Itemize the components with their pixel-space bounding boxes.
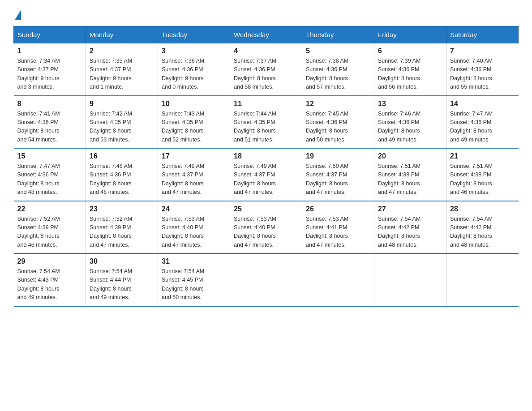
day-number: 3 bbox=[162, 47, 226, 55]
day-number: 28 bbox=[450, 205, 515, 213]
day-info: Sunrise: 7:48 AM Sunset: 4:36 PM Dayligh… bbox=[90, 162, 154, 197]
day-info: Sunrise: 7:39 AM Sunset: 4:36 PM Dayligh… bbox=[378, 57, 442, 92]
calendar-cell: 17Sunrise: 7:49 AM Sunset: 4:37 PM Dayli… bbox=[158, 148, 230, 201]
day-number: 21 bbox=[450, 152, 515, 160]
day-header-saturday: Saturday bbox=[446, 26, 519, 43]
day-header-thursday: Thursday bbox=[302, 26, 374, 43]
day-info: Sunrise: 7:40 AM Sunset: 4:36 PM Dayligh… bbox=[450, 57, 515, 92]
day-number: 13 bbox=[378, 100, 442, 108]
day-number: 9 bbox=[90, 100, 154, 108]
calendar-cell: 4Sunrise: 7:37 AM Sunset: 4:36 PM Daylig… bbox=[230, 43, 302, 96]
day-number: 6 bbox=[378, 47, 442, 55]
calendar-cell: 21Sunrise: 7:51 AM Sunset: 4:38 PM Dayli… bbox=[446, 148, 519, 201]
day-number: 10 bbox=[162, 100, 226, 108]
day-number: 1 bbox=[17, 47, 82, 55]
day-info: Sunrise: 7:44 AM Sunset: 4:35 PM Dayligh… bbox=[234, 110, 298, 145]
day-number: 2 bbox=[90, 47, 154, 55]
day-number: 11 bbox=[234, 100, 298, 108]
calendar-cell: 9Sunrise: 7:42 AM Sunset: 4:35 PM Daylig… bbox=[86, 96, 158, 149]
calendar-cell: 3Sunrise: 7:36 AM Sunset: 4:36 PM Daylig… bbox=[158, 43, 230, 96]
day-number: 23 bbox=[90, 205, 154, 213]
day-number: 26 bbox=[306, 205, 370, 213]
day-info: Sunrise: 7:42 AM Sunset: 4:35 PM Dayligh… bbox=[90, 110, 154, 145]
day-info: Sunrise: 7:47 AM Sunset: 4:36 PM Dayligh… bbox=[17, 162, 82, 197]
calendar-cell: 13Sunrise: 7:46 AM Sunset: 4:36 PM Dayli… bbox=[374, 96, 446, 149]
calendar-cell bbox=[446, 253, 519, 306]
calendar-table: SundayMondayTuesdayWednesdayThursdayFrid… bbox=[13, 26, 519, 307]
calendar-cell: 10Sunrise: 7:43 AM Sunset: 4:35 PM Dayli… bbox=[158, 96, 230, 149]
day-header-tuesday: Tuesday bbox=[158, 26, 230, 43]
day-number: 8 bbox=[17, 100, 82, 108]
day-info: Sunrise: 7:54 AM Sunset: 4:45 PM Dayligh… bbox=[162, 267, 226, 302]
day-info: Sunrise: 7:47 AM Sunset: 4:36 PM Dayligh… bbox=[450, 110, 515, 145]
day-number: 27 bbox=[378, 205, 442, 213]
day-info: Sunrise: 7:54 AM Sunset: 4:44 PM Dayligh… bbox=[90, 267, 154, 302]
day-number: 19 bbox=[306, 152, 370, 160]
day-info: Sunrise: 7:53 AM Sunset: 4:41 PM Dayligh… bbox=[306, 215, 370, 250]
day-info: Sunrise: 7:54 AM Sunset: 4:42 PM Dayligh… bbox=[450, 215, 515, 250]
day-header-wednesday: Wednesday bbox=[230, 26, 302, 43]
day-number: 4 bbox=[234, 47, 298, 55]
day-number: 7 bbox=[450, 47, 515, 55]
day-number: 25 bbox=[234, 205, 298, 213]
calendar-cell: 25Sunrise: 7:53 AM Sunset: 4:40 PM Dayli… bbox=[230, 201, 302, 254]
day-info: Sunrise: 7:54 AM Sunset: 4:42 PM Dayligh… bbox=[378, 215, 442, 250]
day-info: Sunrise: 7:51 AM Sunset: 4:38 PM Dayligh… bbox=[450, 162, 515, 197]
page-header bbox=[13, 9, 519, 18]
day-number: 17 bbox=[162, 152, 226, 160]
day-info: Sunrise: 7:52 AM Sunset: 4:39 PM Dayligh… bbox=[90, 215, 154, 250]
day-header-monday: Monday bbox=[86, 26, 158, 43]
calendar-cell: 11Sunrise: 7:44 AM Sunset: 4:35 PM Dayli… bbox=[230, 96, 302, 149]
calendar-cell: 30Sunrise: 7:54 AM Sunset: 4:44 PM Dayli… bbox=[86, 253, 158, 306]
calendar-week-row: 8Sunrise: 7:41 AM Sunset: 4:36 PM Daylig… bbox=[14, 96, 519, 149]
calendar-cell: 15Sunrise: 7:47 AM Sunset: 4:36 PM Dayli… bbox=[14, 148, 86, 201]
calendar-cell: 16Sunrise: 7:48 AM Sunset: 4:36 PM Dayli… bbox=[86, 148, 158, 201]
calendar-cell bbox=[374, 253, 446, 306]
day-info: Sunrise: 7:36 AM Sunset: 4:36 PM Dayligh… bbox=[162, 57, 226, 92]
calendar-cell: 7Sunrise: 7:40 AM Sunset: 4:36 PM Daylig… bbox=[446, 43, 519, 96]
calendar-cell: 23Sunrise: 7:52 AM Sunset: 4:39 PM Dayli… bbox=[86, 201, 158, 254]
day-number: 30 bbox=[90, 257, 154, 265]
day-number: 18 bbox=[234, 152, 298, 160]
day-info: Sunrise: 7:37 AM Sunset: 4:36 PM Dayligh… bbox=[234, 57, 298, 92]
calendar-cell: 14Sunrise: 7:47 AM Sunset: 4:36 PM Dayli… bbox=[446, 96, 519, 149]
calendar-cell: 5Sunrise: 7:38 AM Sunset: 4:36 PM Daylig… bbox=[302, 43, 374, 96]
day-info: Sunrise: 7:50 AM Sunset: 4:37 PM Dayligh… bbox=[306, 162, 370, 197]
day-header-friday: Friday bbox=[374, 26, 446, 43]
day-number: 22 bbox=[17, 205, 82, 213]
calendar-cell: 6Sunrise: 7:39 AM Sunset: 4:36 PM Daylig… bbox=[374, 43, 446, 96]
calendar-week-row: 1Sunrise: 7:34 AM Sunset: 4:37 PM Daylig… bbox=[14, 43, 519, 96]
calendar-cell: 29Sunrise: 7:54 AM Sunset: 4:43 PM Dayli… bbox=[14, 253, 86, 306]
calendar-cell bbox=[302, 253, 374, 306]
day-info: Sunrise: 7:43 AM Sunset: 4:35 PM Dayligh… bbox=[162, 110, 226, 145]
calendar-cell: 31Sunrise: 7:54 AM Sunset: 4:45 PM Dayli… bbox=[158, 253, 230, 306]
calendar-cell: 24Sunrise: 7:53 AM Sunset: 4:40 PM Dayli… bbox=[158, 201, 230, 254]
calendar-cell: 19Sunrise: 7:50 AM Sunset: 4:37 PM Dayli… bbox=[302, 148, 374, 201]
calendar-week-row: 15Sunrise: 7:47 AM Sunset: 4:36 PM Dayli… bbox=[14, 148, 519, 201]
calendar-week-row: 22Sunrise: 7:52 AM Sunset: 4:39 PM Dayli… bbox=[14, 201, 519, 254]
day-number: 31 bbox=[162, 257, 226, 265]
calendar-week-row: 29Sunrise: 7:54 AM Sunset: 4:43 PM Dayli… bbox=[14, 253, 519, 306]
calendar-cell: 12Sunrise: 7:45 AM Sunset: 4:36 PM Dayli… bbox=[302, 96, 374, 149]
day-number: 12 bbox=[306, 100, 370, 108]
calendar-cell: 8Sunrise: 7:41 AM Sunset: 4:36 PM Daylig… bbox=[14, 96, 86, 149]
day-info: Sunrise: 7:41 AM Sunset: 4:36 PM Dayligh… bbox=[17, 110, 82, 145]
day-info: Sunrise: 7:34 AM Sunset: 4:37 PM Dayligh… bbox=[17, 57, 82, 92]
calendar-cell: 2Sunrise: 7:35 AM Sunset: 4:37 PM Daylig… bbox=[86, 43, 158, 96]
day-number: 24 bbox=[162, 205, 226, 213]
calendar-cell: 22Sunrise: 7:52 AM Sunset: 4:39 PM Dayli… bbox=[14, 201, 86, 254]
day-number: 5 bbox=[306, 47, 370, 55]
calendar-cell: 1Sunrise: 7:34 AM Sunset: 4:37 PM Daylig… bbox=[14, 43, 86, 96]
day-header-sunday: Sunday bbox=[14, 26, 86, 43]
day-number: 14 bbox=[450, 100, 515, 108]
day-info: Sunrise: 7:38 AM Sunset: 4:36 PM Dayligh… bbox=[306, 57, 370, 92]
calendar-cell: 18Sunrise: 7:49 AM Sunset: 4:37 PM Dayli… bbox=[230, 148, 302, 201]
calendar-cell: 28Sunrise: 7:54 AM Sunset: 4:42 PM Dayli… bbox=[446, 201, 519, 254]
logo-triangle-icon bbox=[15, 10, 21, 20]
day-number: 15 bbox=[17, 152, 82, 160]
day-info: Sunrise: 7:46 AM Sunset: 4:36 PM Dayligh… bbox=[378, 110, 442, 145]
day-info: Sunrise: 7:53 AM Sunset: 4:40 PM Dayligh… bbox=[162, 215, 226, 250]
day-info: Sunrise: 7:51 AM Sunset: 4:38 PM Dayligh… bbox=[378, 162, 442, 197]
calendar-cell bbox=[230, 253, 302, 306]
day-info: Sunrise: 7:49 AM Sunset: 4:37 PM Dayligh… bbox=[234, 162, 298, 197]
